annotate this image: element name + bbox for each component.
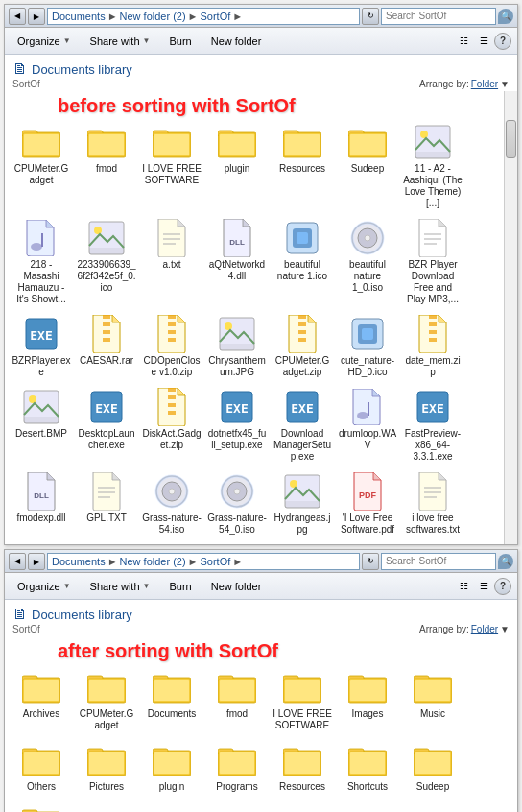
file-label: fmod [96,163,117,175]
svg-rect-49 [103,322,110,326]
bottom-back-button[interactable]: ◀ [9,553,26,570]
top-file-item[interactable]: CPUMeter.Gadget.zip [270,310,335,383]
bottom-file-item[interactable]: Archives [9,663,74,736]
top-file-item[interactable]: 2233906639_6f2f342e5f_0.ico [74,214,139,310]
top-file-item[interactable]: GPL.TXT [74,467,139,540]
top-file-item[interactable]: date_mem.zip [400,310,465,383]
bottom-file-item[interactable]: CPUMeter.Gadget [74,663,139,736]
top-file-item[interactable]: EXE Download ManagerSetup.exe [270,383,335,467]
svg-rect-7 [89,134,124,155]
view-mode-button[interactable]: ☷ [454,33,473,50]
top-file-item[interactable]: 11 - A2 - Aashiqui (The Love Theme) [...… [400,118,465,214]
top-file-item[interactable]: cute_nature-HD_0.ico [335,310,400,383]
bottom-refresh-button[interactable]: ↻ [362,553,379,570]
bottom-address-path[interactable]: Documents ► New folder (2) ► SortOf ► [47,553,360,570]
forward-button[interactable]: ◀ [28,8,45,25]
top-file-item[interactable]: EXE BZRPlayer.exe [9,310,74,383]
top-file-item[interactable]: CAESAR.rar [74,310,139,383]
bottom-forward-button[interactable]: ◀ [28,553,45,570]
address-path[interactable]: Documents ► New folder (2) ► SortOf ► [47,8,360,25]
arrange-by-top[interactable]: Arrange by: Folder ▼ [419,79,510,89]
bottom-share-with-button[interactable]: Share with ▼ [83,578,157,595]
bottom-organize-button[interactable]: Organize ▼ [11,578,78,595]
bottom-search-icon[interactable]: 🔍 [498,554,513,569]
file-label: Grass-nature-54_0.iso [207,513,267,536]
bottom-file-item[interactable]: Images [335,663,400,736]
search-input[interactable] [381,8,496,25]
svg-rect-28 [41,233,43,247]
after-title: after sorting with SortOf [58,640,278,661]
top-file-item[interactable]: Sudeep [335,118,400,214]
top-file-item[interactable]: a.txt [139,214,204,310]
exe-icon: EXE [87,388,126,426]
bottom-file-item[interactable]: plugin [139,736,204,798]
top-file-item[interactable]: DiskAct.Gadget.zip [139,383,204,467]
search-icon[interactable]: 🔍 [498,9,513,24]
file-label: 2233906639_6f2f342e5f_0.ico [77,259,136,294]
top-file-item[interactable]: beautiful nature 1_0.iso [335,214,400,310]
top-file-item[interactable]: CDOpenClose v1.0.zip [139,310,204,383]
bottom-file-item[interactable]: Pictures [74,736,139,798]
bottom-view-mode-button[interactable]: ☷ [454,578,473,595]
bottom-burn-button[interactable]: Burn [162,578,198,595]
top-file-item[interactable]: DLL aQtNetworkd4.dll [204,214,270,310]
svg-rect-15 [220,134,254,155]
top-file-item[interactable]: i love free softwares.txt [400,467,465,540]
file-label: Hydrangeas.jpg [273,513,332,536]
bottom-search-input[interactable] [381,553,496,570]
top-file-item[interactable]: 218 - Masashi Hamauzu - It's Showt... [9,214,74,310]
view-list-button[interactable]: ☰ [474,33,493,50]
top-panel: ◀ ◀ Documents ► New folder (2) ► SortOf … [0,4,522,545]
burn-button[interactable]: Burn [162,33,198,50]
top-file-item[interactable]: BZR Player Download Free and Play MP3,..… [400,214,465,310]
top-file-item[interactable]: plugin [204,118,270,214]
top-file-item[interactable]: I LOVE FREE SOFTWARE [139,118,204,214]
exe-icon: EXE [218,388,256,426]
bottom-file-item[interactable]: Sudeep [400,736,465,798]
top-file-item[interactable]: EXE DesktopLauncher.exe [74,383,139,467]
svg-rect-157 [350,752,385,774]
bottom-new-folder-button[interactable]: New folder [204,578,269,595]
bottom-file-item[interactable]: Videos [9,798,74,812]
new-folder-button[interactable]: New folder [204,33,269,50]
top-file-item[interactable]: Grass-nature-54_0.iso [204,467,270,540]
top-scrollbar[interactable] [504,91,517,544]
svg-rect-125 [285,680,320,701]
help-button[interactable]: ? [494,33,511,50]
svg-rect-31 [89,248,124,254]
image-icon [22,388,60,426]
refresh-button[interactable]: ↻ [362,8,379,25]
top-file-item[interactable]: drumloop.WAV [335,383,400,467]
bottom-file-item[interactable]: fmod [204,663,270,736]
doc-icon [414,219,452,257]
bottom-file-item[interactable]: Shortcuts [335,736,400,798]
top-file-item[interactable]: EXE dotnetfx45_full_setup.exe [204,383,270,467]
bottom-file-item[interactable]: Others [9,736,74,798]
top-file-item[interactable]: PDF 'I Love Free Software.pdf [335,467,400,540]
bottom-file-item[interactable]: Resources [270,736,335,798]
bottom-file-item[interactable]: Music [400,663,465,736]
bottom-help-button[interactable]: ? [494,578,511,595]
top-file-item[interactable]: Hydrangeas.jpg [270,467,335,540]
back-button[interactable]: ◀ [9,8,26,25]
top-file-item[interactable]: Grass-nature-54.iso [139,467,204,540]
arrange-by-bottom[interactable]: Arrange by: Folder ▼ [419,624,510,634]
path-sortof: SortOf [201,11,231,22]
file-label: cute_nature-HD_0.ico [338,355,397,378]
top-file-item[interactable]: Resources [270,118,335,214]
svg-rect-141 [89,752,124,774]
share-with-button[interactable]: Share with ▼ [83,33,157,50]
top-file-item[interactable]: beautiful nature 1.ico [270,214,335,310]
top-file-item[interactable]: Chrysanthemum.JPG [204,310,270,383]
bottom-file-item[interactable]: Programs [204,736,270,798]
bottom-file-item[interactable]: Documents [139,663,204,736]
top-file-item[interactable]: Desert.BMP [9,383,74,467]
top-file-item[interactable]: DLL fmodexp.dll [9,467,74,540]
bottom-view-list-button[interactable]: ☰ [474,578,493,595]
top-scroll-thumb[interactable] [506,120,516,158]
bottom-file-item[interactable]: I LOVE FREE SOFTWARE [270,663,335,736]
top-file-item[interactable]: EXE FastPreview-x86_64-3.3.1.exe [400,383,465,467]
top-file-item[interactable]: CPUMeter.Gadget [9,118,74,214]
organize-button[interactable]: Organize ▼ [11,33,78,50]
top-file-item[interactable]: fmod [74,118,139,214]
